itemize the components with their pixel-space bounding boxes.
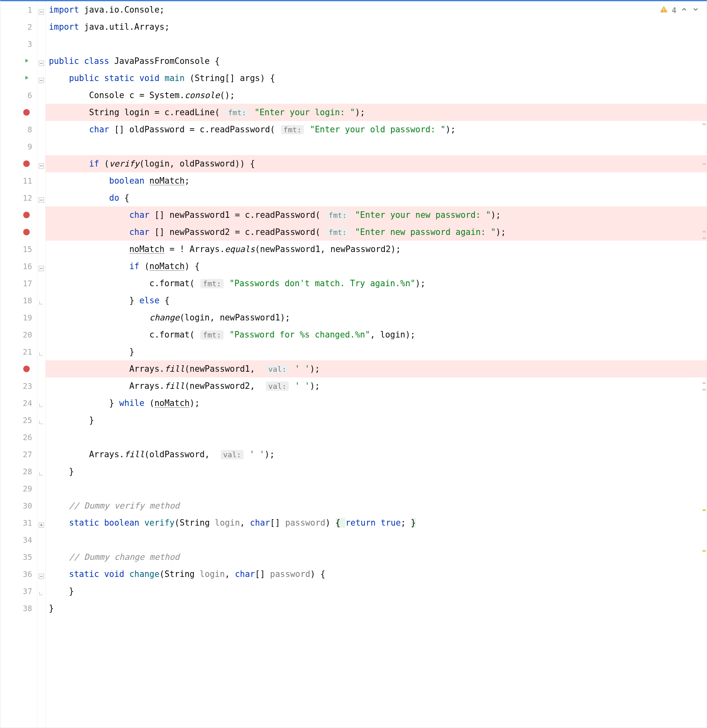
gutter-row[interactable]: 30 (0, 497, 37, 514)
code-line[interactable]: Arrays.fill(oldPassword, val: ' '); (46, 446, 707, 463)
gutter-row[interactable]: 35 (0, 548, 37, 566)
gutter-row[interactable]: 23 (0, 377, 37, 395)
fold-collapse-icon[interactable] (39, 7, 44, 12)
gutter-row[interactable]: 3 (0, 35, 37, 53)
fold-end-icon[interactable] (39, 469, 44, 474)
code-line[interactable]: import java.io.Console; (46, 1, 707, 18)
code-line[interactable]: Arrays.fill(newPassword1, val: ' '); (46, 360, 707, 377)
gutter-row[interactable]: 15 (0, 241, 37, 258)
code-line[interactable]: import java.util.Arrays; (46, 18, 707, 35)
gutter-row[interactable]: 11 (0, 172, 37, 189)
fold-end-icon[interactable] (39, 417, 44, 423)
code-line[interactable]: if (verify(login, oldPassword)) { (46, 155, 707, 172)
code-line[interactable]: change(login, newPassword1); (46, 309, 707, 326)
run-icon[interactable] (23, 57, 30, 66)
code-line[interactable]: // Dummy verify method (46, 497, 707, 514)
inlay-hint[interactable]: val: (266, 382, 289, 391)
inlay-hint[interactable]: fmt: (200, 279, 224, 288)
code-line[interactable]: boolean noMatch; (46, 172, 707, 189)
gutter-row[interactable]: 37 (0, 583, 37, 600)
fold-end-icon[interactable] (39, 588, 44, 594)
gutter-row[interactable]: 12 (0, 189, 37, 206)
fold-collapse-icon[interactable] (39, 571, 44, 577)
gutter-row[interactable] (0, 53, 37, 70)
breakpoint-icon[interactable] (23, 160, 30, 167)
marker-stripe[interactable] (703, 550, 706, 552)
gutter-row[interactable] (0, 206, 37, 224)
gutter-row[interactable]: 38 (0, 600, 37, 617)
code-line[interactable] (46, 138, 707, 155)
inlay-hint[interactable]: fmt: (326, 228, 349, 237)
gutter-row[interactable]: 36 (0, 566, 37, 583)
code-line[interactable]: if (noMatch) { (46, 258, 707, 275)
inlay-hint[interactable]: fmt: (200, 330, 224, 340)
gutter-row[interactable] (0, 360, 37, 377)
code-line[interactable]: } else { (46, 292, 707, 309)
code-line[interactable]: noMatch = ! Arrays.equals(newPassword1, … (46, 241, 707, 258)
marker-stripe[interactable] (703, 509, 706, 511)
gutter-row[interactable]: 28 (0, 463, 37, 480)
code-line[interactable]: Arrays.fill(newPassword2, val: ' '); (46, 377, 707, 395)
code-line[interactable]: c.format( fmt: "Password for %s changed.… (46, 326, 707, 343)
gutter-row[interactable]: 29 (0, 480, 37, 497)
marker-stripe[interactable] (703, 163, 706, 165)
gutter-row[interactable] (0, 104, 37, 121)
code-line[interactable]: char [] oldPassword = c.readPassword( fm… (46, 121, 707, 138)
gutter-row[interactable] (0, 155, 37, 172)
code-line[interactable]: } (46, 412, 707, 429)
inlay-hint[interactable]: val: (221, 450, 244, 459)
code-line[interactable]: } (46, 600, 707, 617)
fold-collapse-icon[interactable] (39, 58, 44, 64)
code-line[interactable]: // Dummy change method (46, 548, 707, 566)
gutter-row[interactable]: 27 (0, 446, 37, 463)
marker-stripe[interactable] (703, 382, 706, 384)
inlay-hint[interactable]: val: (266, 364, 289, 374)
marker-stripe[interactable] (703, 123, 706, 125)
code-line[interactable]: public class JavaPassFromConsole { (46, 53, 707, 70)
gutter-row[interactable]: 18 (0, 292, 37, 309)
fold-expand-icon[interactable] (39, 520, 44, 525)
fold-collapse-icon[interactable] (39, 161, 44, 166)
gutter-row[interactable]: 26 (0, 429, 37, 446)
code-line[interactable] (46, 480, 707, 497)
code-line[interactable] (46, 531, 707, 548)
code-line[interactable]: char [] newPassword1 = c.readPassword( f… (46, 206, 707, 224)
next-highlight-icon[interactable] (692, 6, 699, 15)
breakpoint-icon[interactable] (23, 366, 30, 372)
marker-stripe[interactable] (703, 237, 706, 239)
inlay-hint[interactable]: fmt: (281, 125, 304, 134)
gutter-row[interactable]: 8 (0, 121, 37, 138)
inlay-hint[interactable]: fmt: (326, 211, 349, 220)
gutter-row[interactable]: 17 (0, 275, 37, 292)
code-line[interactable]: static void change(String login, char[] … (46, 566, 707, 583)
fold-end-icon[interactable] (39, 349, 44, 354)
fold-collapse-icon[interactable] (39, 195, 44, 200)
gutter-row[interactable]: 16 (0, 258, 37, 275)
fold-end-icon[interactable] (39, 298, 44, 303)
fold-collapse-icon[interactable] (39, 75, 44, 81)
marker-stripe[interactable] (703, 389, 706, 390)
gutter-row[interactable]: 6 (0, 87, 37, 104)
inlay-hint[interactable]: fmt: (226, 108, 249, 117)
gutter-row[interactable]: 24 (0, 395, 37, 412)
code-line[interactable]: c.format( fmt: "Passwords don't match. T… (46, 275, 707, 292)
gutter-row[interactable]: 34 (0, 531, 37, 548)
code-line[interactable]: Console c = System.console(); (46, 87, 707, 104)
code-line[interactable]: } (46, 343, 707, 360)
marker-stripe[interactable] (703, 231, 706, 232)
prev-highlight-icon[interactable] (681, 6, 688, 15)
breakpoint-icon[interactable] (23, 109, 30, 116)
gutter-row[interactable]: 19 (0, 309, 37, 326)
gutter-row[interactable] (0, 224, 37, 241)
error-stripe[interactable] (702, 1, 707, 728)
code-line[interactable]: String login = c.readLine( fmt: "Enter y… (46, 104, 707, 121)
code-line[interactable]: } while (noMatch); (46, 395, 707, 412)
gutter-row[interactable]: 21 (0, 343, 37, 360)
code-line[interactable] (46, 35, 707, 53)
code-editor[interactable]: 1236891112151617181920212324252627282930… (0, 0, 707, 728)
run-icon[interactable] (23, 74, 30, 83)
gutter-row[interactable]: 9 (0, 138, 37, 155)
gutter-row[interactable]: 2 (0, 18, 37, 35)
breakpoint-icon[interactable] (23, 212, 30, 218)
code-line[interactable]: char [] newPassword2 = c.readPassword( f… (46, 224, 707, 241)
